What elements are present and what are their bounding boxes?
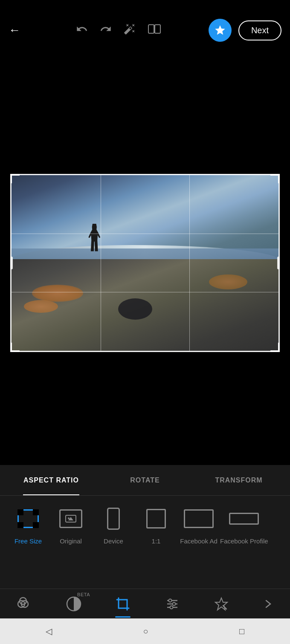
toolbar-center xyxy=(76,23,161,38)
compare-button[interactable] xyxy=(148,23,161,38)
nav-effects[interactable] xyxy=(17,596,32,612)
aspect-original[interactable]: Original xyxy=(49,506,92,545)
toolbar-left: ← xyxy=(9,23,29,37)
system-navigation: ◁ ○ □ xyxy=(0,618,290,644)
aspect-ratio-options: Free Size Original Device xyxy=(0,496,290,545)
svg-point-12 xyxy=(168,599,171,602)
square-icon-wrap xyxy=(146,506,166,531)
svg-point-14 xyxy=(170,606,173,609)
svg-point-4 xyxy=(68,517,70,519)
system-home-button[interactable]: ○ xyxy=(143,627,148,636)
redo-button[interactable] xyxy=(100,23,112,38)
facebook-profile-icon-wrap xyxy=(229,506,259,531)
magic-wand-button[interactable] xyxy=(124,23,136,38)
rock-pool xyxy=(118,298,152,320)
system-recent-button[interactable]: □ xyxy=(239,627,244,636)
aspect-square[interactable]: 1:1 xyxy=(135,506,177,545)
toolbar-right: Next xyxy=(209,19,281,42)
person-silhouette xyxy=(88,224,100,251)
nav-adjust[interactable]: BETA xyxy=(66,596,81,612)
favorites-button[interactable] xyxy=(209,19,232,42)
crop-container[interactable] xyxy=(10,174,280,352)
photo-background xyxy=(10,174,280,352)
nav-tune[interactable] xyxy=(165,596,180,612)
facebook-ad-label: Facebook Ad xyxy=(180,537,218,545)
system-back-button[interactable]: ◁ xyxy=(46,626,52,636)
original-icon-wrap xyxy=(59,506,82,531)
toolbar: ← Next xyxy=(0,0,290,61)
undo-button[interactable] xyxy=(76,23,88,38)
back-button[interactable]: ← xyxy=(9,23,20,37)
aspect-device[interactable]: Device xyxy=(92,506,135,545)
nav-more[interactable] xyxy=(263,596,273,612)
device-icon-wrap xyxy=(107,506,120,531)
nav-heal[interactable] xyxy=(214,596,229,612)
aspect-facebook-ad[interactable]: Facebook Ad xyxy=(177,506,220,545)
beta-badge: BETA xyxy=(77,592,90,597)
facebook-ad-icon-wrap xyxy=(184,506,214,531)
aspect-free-size[interactable]: Free Size xyxy=(7,506,49,545)
tab-bar: ASPECT RATIO ROTATE TRANSFORM xyxy=(0,465,290,496)
tab-aspect-ratio[interactable]: ASPECT RATIO xyxy=(4,465,98,495)
nav-active-indicator xyxy=(115,616,130,618)
free-size-label: Free Size xyxy=(14,537,42,545)
bottom-panel: ASPECT RATIO ROTATE TRANSFORM Free Size xyxy=(0,465,290,589)
vegetation-patch-2 xyxy=(24,300,58,313)
facebook-profile-label: Facebook Profile xyxy=(220,537,268,545)
original-label: Original xyxy=(60,537,82,545)
tab-rotate[interactable]: ROTATE xyxy=(98,465,192,495)
svg-rect-1 xyxy=(155,25,160,33)
svg-rect-0 xyxy=(148,25,154,33)
next-button[interactable]: Next xyxy=(238,20,281,40)
nav-crop[interactable] xyxy=(115,596,130,612)
aspect-facebook-profile[interactable]: Facebook Profile xyxy=(220,506,268,545)
square-label: 1:1 xyxy=(152,537,161,545)
image-area xyxy=(0,61,290,465)
free-size-icon-wrap xyxy=(17,506,39,531)
device-label: Device xyxy=(104,537,123,545)
tab-transform[interactable]: TRANSFORM xyxy=(192,465,286,495)
svg-point-13 xyxy=(172,602,175,605)
bottom-navigation: BETA xyxy=(0,589,290,618)
